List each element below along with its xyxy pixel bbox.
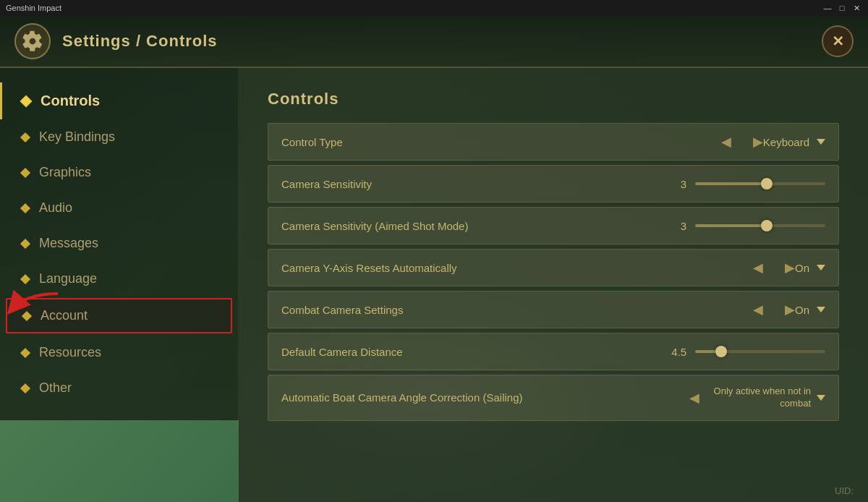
camera-y-axis-right-arrow[interactable]: ▶ <box>785 260 795 276</box>
control-type-left-arrow[interactable]: ◀ <box>721 134 731 150</box>
gear-icon <box>22 30 43 52</box>
sidebar-wrapper: Controls Key Bindings Graphics Audio Mes <box>0 68 239 502</box>
setting-label-boat-camera: Automatic Boat Camera Angle Correction (… <box>281 391 689 404</box>
camera-sensitivity-slider-container <box>695 182 825 185</box>
window-title: Genshin Impact <box>6 4 61 12</box>
camera-sensitivity-aimed-thumb[interactable] <box>761 220 773 231</box>
red-arrow-icon <box>0 283 61 326</box>
camera-y-axis-left-arrow[interactable]: ◀ <box>753 260 763 276</box>
sidebar-label-graphics: Graphics <box>39 165 91 180</box>
header-bar: Settings / Controls ✕ <box>0 16 868 68</box>
control-type-dropdown-arrow <box>817 139 825 145</box>
camera-y-axis-value: On <box>795 262 809 274</box>
content-area: Controls Key Bindings Graphics Audio Mes <box>0 68 868 502</box>
sidebar-item-key-bindings[interactable]: Key Bindings <box>0 119 238 155</box>
setting-label-combat-camera: Combat Camera Settings <box>281 304 753 316</box>
sidebar: Controls Key Bindings Graphics Audio Mes <box>0 68 239 420</box>
camera-sensitivity-track[interactable] <box>695 182 825 185</box>
camera-sensitivity-aimed-slider-container <box>695 224 825 227</box>
setting-row-combat-camera: Combat Camera Settings ◀ ▶ On <box>268 291 839 328</box>
camera-distance-slider-container <box>695 350 825 353</box>
title-bar: Genshin Impact — □ ✕ <box>0 0 868 16</box>
camera-sensitivity-fill <box>695 182 767 185</box>
control-type-dropdown[interactable]: Keyboard <box>763 136 825 148</box>
sidebar-label-audio: Audio <box>39 200 72 216</box>
uid-bar: UID: <box>835 485 854 496</box>
sidebar-item-messages[interactable]: Messages <box>0 226 238 261</box>
sidebar-item-resources[interactable]: Resources <box>0 335 238 370</box>
nav-diamond-messages <box>20 238 30 248</box>
setting-label-control-type: Control Type <box>281 136 721 148</box>
close-button[interactable]: ✕ <box>822 25 854 57</box>
sidebar-label-key-bindings: Key Bindings <box>39 129 115 145</box>
setting-row-camera-sensitivity-aimed: Camera Sensitivity (Aimed Shot Mode) 3 <box>268 207 839 244</box>
header-title: Settings / Controls <box>62 32 218 51</box>
gear-icon-container <box>14 23 51 59</box>
combat-camera-dropdown[interactable]: On <box>795 304 825 316</box>
camera-sensitivity-value: 3 <box>681 178 686 190</box>
combat-camera-right-arrow[interactable]: ▶ <box>785 302 795 318</box>
window-close-button[interactable]: ✕ <box>851 2 862 14</box>
nav-diamond-resources <box>20 347 30 357</box>
minimize-button[interactable]: — <box>822 2 833 14</box>
setting-label-camera-sensitivity: Camera Sensitivity <box>281 178 681 190</box>
maximize-button[interactable]: □ <box>836 2 848 14</box>
sidebar-item-controls[interactable]: Controls <box>0 82 238 119</box>
camera-y-axis-dropdown-arrow <box>817 265 825 271</box>
setting-row-camera-sensitivity: Camera Sensitivity 3 <box>268 165 839 203</box>
camera-distance-value: 4.5 <box>671 346 686 358</box>
sidebar-item-graphics[interactable]: Graphics <box>0 155 238 190</box>
setting-row-camera-y-axis: Camera Y-Axis Resets Automatically ◀ ▶ O… <box>268 249 839 286</box>
sidebar-item-audio[interactable]: Audio <box>0 190 238 226</box>
window-controls: — □ ✕ <box>822 2 862 14</box>
boat-camera-dropdown-arrow <box>817 395 825 401</box>
camera-distance-track[interactable] <box>695 350 825 353</box>
camera-y-axis-dropdown[interactable]: On <box>795 262 825 274</box>
camera-sensitivity-aimed-value: 3 <box>681 220 686 232</box>
camera-sensitivity-thumb[interactable] <box>761 178 773 190</box>
setting-row-control-type: Control Type ◀ ▶ Keyboard <box>268 123 839 161</box>
nav-diamond-graphics <box>20 167 30 177</box>
combat-camera-dropdown-arrow <box>817 307 825 312</box>
settings-window: Settings / Controls ✕ Controls <box>0 16 868 502</box>
sidebar-label-messages: Messages <box>39 236 98 251</box>
nav-diamond-keybindings <box>20 132 30 142</box>
boat-camera-left-arrow[interactable]: ◀ <box>689 390 699 406</box>
combat-camera-left-arrow[interactable]: ◀ <box>753 302 763 318</box>
camera-sensitivity-aimed-fill <box>695 224 767 227</box>
nav-diamond-other <box>20 383 30 393</box>
nav-diamond-controls <box>20 95 33 107</box>
panel-title: Controls <box>268 90 839 109</box>
camera-distance-thumb[interactable] <box>715 346 727 357</box>
sidebar-label-resources: Resources <box>39 345 101 360</box>
sidebar-label-controls: Controls <box>41 93 100 109</box>
sidebar-label-other: Other <box>39 380 72 396</box>
setting-label-camera-y-axis: Camera Y-Axis Resets Automatically <box>281 262 753 274</box>
setting-label-camera-sensitivity-aimed: Camera Sensitivity (Aimed Shot Mode) <box>281 220 681 232</box>
camera-sensitivity-aimed-track[interactable] <box>695 224 825 227</box>
control-type-value: Keyboard <box>763 136 809 148</box>
setting-row-boat-camera: Automatic Boat Camera Angle Correction (… <box>268 375 839 421</box>
setting-label-camera-distance: Default Camera Distance <box>281 346 671 358</box>
control-type-right-arrow[interactable]: ▶ <box>753 134 763 150</box>
setting-row-camera-distance: Default Camera Distance 4.5 <box>268 333 839 370</box>
combat-camera-value: On <box>795 304 809 316</box>
nav-diamond-audio <box>20 203 30 213</box>
uid-label: UID: <box>835 485 854 496</box>
sidebar-item-other[interactable]: Other <box>0 370 238 406</box>
main-panel: Controls Control Type ◀ ▶ Keyboard Camer… <box>239 68 868 502</box>
boat-camera-value: Only active when not incombat <box>714 386 811 410</box>
